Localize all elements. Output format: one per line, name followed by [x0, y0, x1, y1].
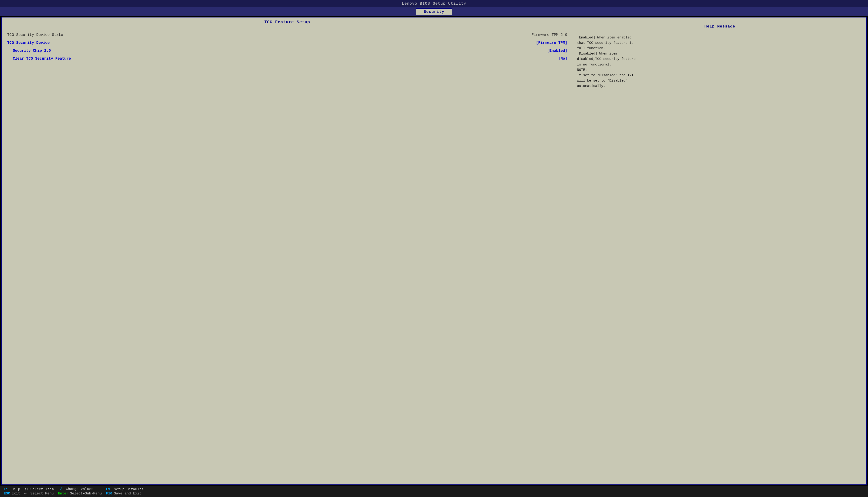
- leftright-symbol: ↔: [24, 492, 29, 496]
- updown-symbol: ↑↓: [24, 487, 29, 492]
- f9-key: F9: [106, 487, 113, 492]
- key-row-f10: F10 Save and Exit: [106, 492, 144, 496]
- top-bar: Lenovo BIOS Setup Utility: [0, 0, 868, 7]
- esc-key: ESC: [4, 492, 10, 496]
- key-group-f9-f10: F9 Setup Defaults F10 Save and Exit: [106, 487, 144, 496]
- tcg-security-device-row[interactable]: TCG Security Device [Firmware TPM]: [7, 39, 567, 47]
- tcg-security-device-state-value: Firmware TPM 2.0: [532, 33, 568, 37]
- left-panel-header: TCG Feature Setup: [2, 17, 573, 27]
- key-row-plusminus: +/- Change Values: [58, 487, 102, 491]
- clear-tcg-row[interactable]: Clear TCG Security Feature [No]: [7, 55, 567, 63]
- tcg-security-device-state-row: TCG Security Device State Firmware TPM 2…: [7, 31, 567, 39]
- left-panel: TCG Feature Setup TCG Security Device St…: [2, 17, 573, 484]
- left-panel-content: TCG Security Device State Firmware TPM 2…: [2, 27, 573, 484]
- tcg-security-device-label: TCG Security Device: [7, 41, 49, 45]
- esc-desc: Exit: [12, 492, 20, 496]
- tab-bar: Security: [0, 7, 868, 16]
- key-row-updown: ↑↓ Select Item: [24, 487, 54, 492]
- f9-desc: Setup Defaults: [114, 487, 144, 492]
- change-values-desc: Change Values: [66, 487, 93, 491]
- f10-key: F10: [106, 492, 113, 496]
- bottom-bar: F1 Help ESC Exit ↑↓ Select Item ↔ Select…: [0, 486, 868, 497]
- app-title: Lenovo BIOS Setup Utility: [402, 1, 466, 6]
- clear-tcg-label: Clear TCG Security Feature: [13, 57, 71, 61]
- main-area: TCG Feature Setup TCG Security Device St…: [1, 17, 867, 485]
- security-chip-label: Security Chip 2.0: [13, 49, 51, 53]
- key-row-leftright: ↔ Select Menu: [24, 492, 54, 496]
- clear-tcg-value: [No]: [558, 57, 567, 61]
- key-row-f1: F1 Help: [4, 487, 20, 492]
- active-tab[interactable]: Security: [416, 8, 452, 15]
- help-text: [Enabled] When item enabled that TCG sec…: [577, 35, 863, 89]
- tcg-security-device-value: [Firmware TPM]: [536, 41, 567, 45]
- f1-desc: Help: [12, 487, 20, 492]
- f10-desc: Save and Exit: [114, 492, 141, 496]
- key-row-f9: F9 Setup Defaults: [106, 487, 144, 492]
- f1-key: F1: [4, 487, 10, 492]
- enter-key: Enter: [58, 492, 69, 496]
- security-chip-value: [Enabled]: [547, 49, 567, 53]
- security-chip-row[interactable]: Security Chip 2.0 [Enabled]: [7, 47, 567, 55]
- key-group-arrows: ↑↓ Select Item ↔ Select Menu: [24, 487, 54, 496]
- select-menu-desc: Select Menu: [30, 492, 54, 496]
- select-item-desc: Select Item: [30, 487, 54, 492]
- right-panel-header: Help Message: [577, 21, 863, 32]
- key-group-f1-esc: F1 Help ESC Exit: [4, 487, 20, 496]
- key-row-esc: ESC Exit: [4, 492, 20, 496]
- plusminus-key: +/-: [58, 487, 64, 491]
- tcg-security-device-state-label: TCG Security Device State: [7, 33, 63, 37]
- key-row-enter: Enter Select▶Sub-Menu: [58, 491, 102, 496]
- right-panel: Help Message [Enabled] When item enabled…: [573, 17, 866, 484]
- select-submenu-desc: Select▶Sub-Menu: [70, 491, 102, 496]
- key-group-plusminus-enter: +/- Change Values Enter Select▶Sub-Menu: [58, 487, 102, 496]
